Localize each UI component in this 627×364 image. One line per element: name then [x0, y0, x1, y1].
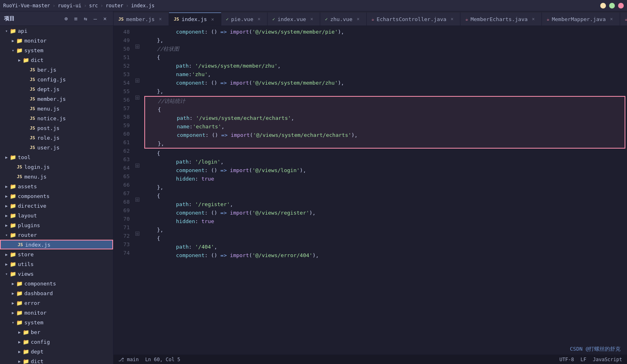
- code-line-59: name:'echarts',: [145, 122, 625, 131]
- tree-item-directive[interactable]: ▶ 📁 directive: [0, 201, 113, 211]
- close-sidebar-button[interactable]: ×: [101, 15, 109, 23]
- status-bar: ⎇ main Ln 60, Col 5 UTF-8 LF JavaScript: [113, 354, 627, 364]
- tree-item-ber2[interactable]: ▶ 📁 ber: [0, 327, 113, 337]
- close-tab-member-mapper[interactable]: ×: [608, 16, 615, 22]
- folder-icon: 📁: [16, 309, 23, 316]
- js-icon: JS: [29, 105, 36, 112]
- java-tab-icon: ☕: [625, 17, 627, 22]
- minimize-button[interactable]: [600, 3, 606, 9]
- file-segment: index.js: [131, 3, 154, 9]
- tree-item-dashboard[interactable]: ▶ 📁 dashboard: [0, 288, 113, 298]
- code-line-71: },: [144, 226, 627, 234]
- sort-button[interactable]: ⇆: [81, 15, 90, 23]
- tree-item-views[interactable]: ▾ 📁 views: [0, 269, 113, 279]
- code-content[interactable]: component: () => import('@/views/system/…: [141, 26, 627, 354]
- language: JavaScript: [593, 357, 622, 362]
- tree-item-components2[interactable]: ▶ 📁 components: [0, 279, 113, 288]
- tab-member-echarts[interactable]: ☕ MemberEcharts.java ×: [460, 13, 542, 26]
- folder-icon-tool: 📁: [10, 154, 16, 160]
- collapse-all-button[interactable]: ≡: [72, 15, 80, 23]
- tree-item-login-js[interactable]: ▶ JS login.js: [0, 162, 113, 172]
- tab-gender[interactable]: ☕ gender.java ×: [620, 13, 627, 26]
- tab-pie-vue[interactable]: ✓ pie.vue ×: [221, 13, 267, 26]
- tree-item-user-js[interactable]: ▶ JS user.js: [0, 143, 113, 152]
- tab-index-vue[interactable]: ✓ index.vue ×: [267, 13, 320, 26]
- folder-icon-views: 📁: [10, 270, 16, 277]
- tree-item-dept-js[interactable]: ▶ JS dept.js: [0, 84, 113, 94]
- tab-index-js[interactable]: JS index.js ×: [169, 13, 221, 26]
- tree-item-ber-js[interactable]: ▶ JS ber.js: [0, 65, 113, 75]
- js-icon: JS: [29, 115, 36, 121]
- folder-icon: 📁: [23, 338, 29, 345]
- tree-item-tool[interactable]: ▶ 📁 tool: [0, 152, 113, 162]
- router-segment: router: [106, 3, 123, 9]
- close-tab-index-vue[interactable]: ×: [308, 16, 315, 22]
- tree-item-config2[interactable]: ▶ 📁 config: [0, 337, 113, 347]
- folder-icon-assets: 📁: [10, 183, 16, 189]
- close-tab-zhu-vue[interactable]: ×: [355, 16, 362, 22]
- java-tab-icon: ☕: [372, 17, 374, 22]
- code-line-53: name:'zhu',: [144, 70, 627, 79]
- code-line-62: {: [144, 149, 627, 158]
- sidebar-toolbar: ⊕ ≡ ⇆ — ×: [62, 15, 109, 23]
- folder-icon-api: 📁: [10, 28, 16, 34]
- tree-item-post-js[interactable]: ▶ JS post.js: [0, 123, 113, 133]
- js-icon: JS: [29, 144, 36, 151]
- tree-item-system[interactable]: ▾ 📁 system: [0, 45, 113, 55]
- tree-item-store[interactable]: ▶ 📁 store: [0, 249, 113, 259]
- close-tab-echarts-controller[interactable]: ×: [449, 16, 455, 22]
- tree-item-api[interactable]: ▾ 📁 api: [0, 26, 113, 36]
- maximize-button[interactable]: [609, 3, 615, 9]
- tab-zhu-vue[interactable]: ✓ zhu.vue ×: [320, 13, 366, 26]
- tree-item-assets[interactable]: ▶ 📁 assets: [0, 181, 113, 191]
- tree-item-monitor[interactable]: ▶ 📁 monitor: [0, 36, 113, 45]
- folder-icon: 📁: [23, 348, 29, 355]
- folder-icon: 📁: [16, 319, 23, 326]
- tree-item-index-js[interactable]: ▶ JS index.js: [0, 240, 113, 249]
- fold-62[interactable]: ⊟: [135, 96, 139, 100]
- close-button[interactable]: [618, 3, 624, 9]
- fold-74[interactable]: ⊟: [135, 232, 139, 236]
- tree-item-menu-js2[interactable]: ▶ JS menu.js: [0, 172, 113, 181]
- fold-49[interactable]: ⊟: [135, 45, 139, 49]
- code-line-72: {: [144, 234, 627, 243]
- code-line-73: path: '/404',: [144, 243, 627, 251]
- code-editor[interactable]: 48 49 50 51 52 53 54 55 56 57 58 59 60 6…: [113, 26, 627, 354]
- tab-member-js[interactable]: JS member.js ×: [113, 13, 169, 26]
- close-tab-pie-vue[interactable]: ×: [256, 16, 262, 22]
- tree-item-dept2[interactable]: ▶ 📁 dept: [0, 347, 113, 356]
- tree-item-monitor2[interactable]: ▶ 📁 monitor: [0, 308, 113, 317]
- code-line-50: //柱状图: [144, 45, 627, 53]
- tree-item-system2[interactable]: ▾ 📁 system: [0, 317, 113, 327]
- tab-echarts-controller[interactable]: ☕ EchartsController.java ×: [367, 13, 461, 26]
- close-tab-index-js[interactable]: ×: [210, 16, 216, 23]
- tree-item-plugins[interactable]: ▶ 📁 plugins: [0, 220, 113, 230]
- tree-item-menu-js[interactable]: ▶ JS menu.js: [0, 104, 113, 113]
- js-icon: JS: [29, 134, 36, 141]
- tree-item-router[interactable]: ▾ 📁 router: [0, 230, 113, 240]
- tab-member-mapper[interactable]: ☕ MemberMapper.java ×: [542, 13, 620, 26]
- fold-57[interactable]: ⊟: [135, 79, 139, 83]
- folder-icon-system: 📁: [16, 47, 23, 53]
- new-file-button[interactable]: ⊕: [62, 15, 70, 23]
- tree-item-components[interactable]: ▶ 📁 components: [0, 191, 113, 201]
- code-line-48: component: () => import('@/views/system/…: [144, 28, 627, 36]
- fold-72[interactable]: ⊟: [135, 198, 139, 202]
- tree-item-config-js[interactable]: ▶ JS config.js: [0, 75, 113, 84]
- tree-item-member-js[interactable]: ▶ JS member.js: [0, 94, 113, 104]
- folder-icon-dict: 📁: [23, 57, 29, 63]
- tree-item-utils[interactable]: ▶ 📁 utils: [0, 259, 113, 269]
- tree-item-role-js[interactable]: ▶ JS role.js: [0, 133, 113, 143]
- tree-item-error[interactable]: ▶ 📁 error: [0, 298, 113, 308]
- tree-item-layout[interactable]: ▶ 📁 layout: [0, 211, 113, 220]
- tree-item-dict[interactable]: ▶ 📁 dict: [0, 55, 113, 65]
- folder-icon-router: 📁: [10, 232, 16, 238]
- sidebar-header: 项目 ⊕ ≡ ⇆ — ×: [0, 11, 113, 26]
- tree-item-dict2[interactable]: ▶ 📁 dict: [0, 356, 113, 364]
- close-tab-member-js[interactable]: ×: [157, 16, 164, 22]
- fold-67[interactable]: ⊟: [135, 164, 139, 168]
- close-tab-member-echarts[interactable]: ×: [530, 16, 537, 22]
- tree-item-notice-js[interactable]: ▶ JS notice.js: [0, 113, 113, 123]
- settings-button[interactable]: —: [91, 15, 99, 23]
- folder-icon-monitor: 📁: [16, 37, 23, 44]
